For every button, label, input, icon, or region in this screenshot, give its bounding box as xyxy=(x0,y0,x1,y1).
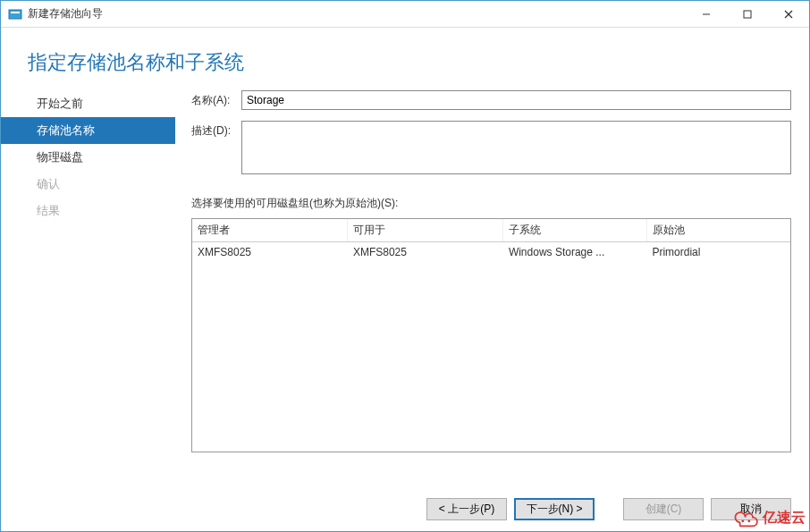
name-input[interactable] xyxy=(241,90,791,110)
step-physical-disks[interactable]: 物理磁盘 xyxy=(1,144,175,171)
step-confirm: 确认 xyxy=(1,171,175,198)
app-icon xyxy=(8,7,22,21)
heading-area: 指定存储池名称和子系统 xyxy=(1,28,809,85)
desc-field-row: 描述(D): xyxy=(191,121,791,174)
col-header-pool[interactable]: 原始池 xyxy=(646,219,790,242)
wizard-window: 新建存储池向导 指定存储池名称和子系统 开始之前 存储池名称 物理磁盘 确认 结… xyxy=(0,0,810,532)
titlebar: 新建存储池向导 xyxy=(1,1,809,28)
desc-textarea[interactable] xyxy=(241,121,791,174)
col-header-subsystem[interactable]: 子系统 xyxy=(503,219,647,242)
svg-rect-1 xyxy=(11,12,20,13)
close-button[interactable] xyxy=(768,1,809,27)
maximize-button[interactable] xyxy=(727,1,768,27)
cancel-button[interactable]: 取消 xyxy=(711,498,791,520)
col-header-manager[interactable]: 管理者 xyxy=(192,219,348,242)
desc-label: 描述(D): xyxy=(191,121,241,139)
diskgroup-table-container[interactable]: 管理者 可用于 子系统 原始池 XMFS8025 XMFS8025 Window… xyxy=(191,218,791,452)
svg-rect-3 xyxy=(744,11,751,18)
cell-available: XMFS8025 xyxy=(348,242,503,263)
name-label: 名称(A): xyxy=(191,90,241,108)
prev-button[interactable]: < 上一步(P) xyxy=(426,498,507,520)
step-before-begin[interactable]: 开始之前 xyxy=(1,90,175,117)
wizard-footer: < 上一步(P) 下一步(N) > 创建(C) 取消 xyxy=(1,486,809,531)
wizard-steps-sidebar: 开始之前 存储池名称 物理磁盘 确认 结果 xyxy=(1,85,175,486)
svg-rect-0 xyxy=(9,10,21,19)
cell-manager: XMFS8025 xyxy=(192,242,348,263)
create-button: 创建(C) xyxy=(623,498,704,520)
table-header-row: 管理者 可用于 子系统 原始池 xyxy=(192,219,790,242)
wizard-main: 名称(A): 描述(D): 选择要使用的可用磁盘组(也称为原始池)(S): 管理… xyxy=(175,85,791,486)
cell-subsystem: Windows Storage ... xyxy=(503,242,647,263)
table-row[interactable]: XMFS8025 XMFS8025 Windows Storage ... Pr… xyxy=(192,242,790,263)
minimize-button[interactable] xyxy=(686,1,727,27)
cell-pool: Primordial xyxy=(646,242,790,263)
window-title: 新建存储池向导 xyxy=(28,6,686,21)
diskgroup-table: 管理者 可用于 子系统 原始池 XMFS8025 XMFS8025 Window… xyxy=(192,219,790,262)
next-button[interactable]: 下一步(N) > xyxy=(514,498,595,520)
page-heading: 指定存储池名称和子系统 xyxy=(28,49,809,76)
name-field-row: 名称(A): xyxy=(191,90,791,110)
step-result: 结果 xyxy=(1,198,175,224)
diskgroup-caption: 选择要使用的可用磁盘组(也称为原始池)(S): xyxy=(191,196,791,211)
window-controls xyxy=(686,1,809,27)
col-header-available[interactable]: 可用于 xyxy=(348,219,503,242)
step-pool-name[interactable]: 存储池名称 xyxy=(1,117,175,144)
wizard-body: 开始之前 存储池名称 物理磁盘 确认 结果 名称(A): 描述(D): 选择要使… xyxy=(1,85,809,486)
